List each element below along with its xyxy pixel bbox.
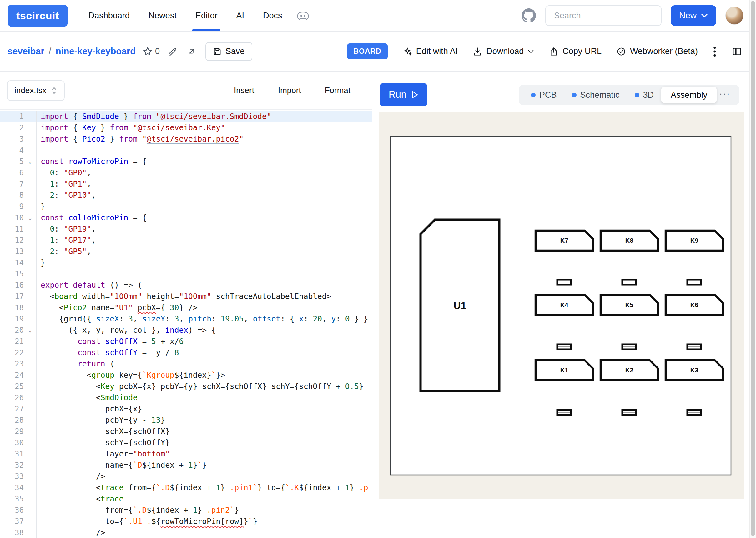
code-line[interactable]: 8 2: "GP10", (0, 189, 372, 201)
tab-dot-icon (572, 93, 577, 97)
tab-3d[interactable]: 3D (627, 90, 662, 100)
line-number: 1 (0, 111, 24, 122)
gutter-divider (36, 145, 36, 156)
main-area: index.tsx InsertImportFormat 1import { S… (0, 72, 756, 538)
edit-pencil-icon[interactable] (168, 47, 177, 56)
code-line[interactable]: 4 (0, 145, 372, 156)
search-input[interactable] (545, 5, 662, 26)
nav-link-newest[interactable]: Newest (139, 0, 186, 31)
tabs-more-button[interactable]: ··· (717, 88, 735, 102)
kebab-menu-icon[interactable] (713, 46, 717, 57)
edit-with-ai-button[interactable]: Edit with AI (403, 47, 458, 56)
editor-menu-insert[interactable]: Insert (234, 85, 254, 95)
code-text: pcbY={y - 13} (36, 414, 165, 426)
nav-link-ai[interactable]: AI (227, 0, 254, 31)
fold-arrow-icon[interactable]: ⌄ (24, 212, 36, 223)
editor-menu-import[interactable]: Import (278, 85, 301, 95)
code-line[interactable]: 3import { Pico2 } from "@tsci/seveibar.p… (0, 134, 372, 145)
code-line[interactable]: 13 2: "GP5", (0, 246, 372, 257)
code-line[interactable]: 11 0: "GP19", (0, 223, 372, 235)
fold-arrow-icon[interactable]: ⌄ (24, 325, 36, 336)
code-line[interactable]: 7 1: "GP1", (0, 179, 372, 189)
code-line[interactable]: 9} (0, 201, 372, 212)
code-line[interactable]: 26 <SmdDiode (0, 392, 372, 404)
run-button[interactable]: Run (379, 83, 428, 106)
code-line[interactable]: 31 layer="bottom" (0, 448, 372, 459)
tab-assembly[interactable]: Assembly (661, 87, 717, 103)
new-button[interactable]: New (671, 5, 716, 26)
save-button[interactable]: Save (205, 42, 252, 61)
webworker-toggle[interactable]: Webworker (Beta) (616, 47, 698, 56)
code-line[interactable]: 5⌄const rowToMicroPin = { (0, 156, 372, 167)
tab-schematic[interactable]: Schematic (564, 90, 627, 100)
code-line[interactable]: 23 return ( (0, 358, 372, 370)
editor-menu-format[interactable]: Format (325, 85, 350, 95)
board-badge[interactable]: BOARD (347, 43, 387, 59)
code-text: /> (36, 471, 105, 482)
code-line[interactable]: 32 name={`D${index + 1}`} (0, 459, 372, 471)
tscircuit-logo[interactable]: tscircuit (8, 5, 68, 27)
github-icon[interactable] (521, 8, 536, 23)
code-line[interactable]: 30 schY={schOffY} (0, 437, 372, 448)
code-text: const colToMicroPin = { (36, 212, 146, 223)
fold-arrow-icon[interactable]: ⌄ (24, 156, 36, 167)
nav-link-dashboard[interactable]: Dashboard (79, 0, 139, 31)
code-line[interactable]: 12 1: "GP17", (0, 235, 372, 246)
breadcrumb-owner[interactable]: seveibar (8, 46, 44, 57)
code-line[interactable]: 14} (0, 257, 372, 268)
code-text: <group key={`Kgroup${index}`}> (36, 370, 225, 381)
code-line[interactable]: 10⌄const colToMicroPin = { (0, 212, 372, 223)
discord-icon[interactable] (296, 10, 310, 21)
code-line[interactable]: 37 to={`.U1 .${rowToMicroPin[row]}`} (0, 516, 372, 527)
code-line[interactable]: 16export default () => ( (0, 280, 372, 291)
line-number: 27 (0, 404, 24, 414)
code-line[interactable]: 2import { Key } from "@tsci/seveibar.Key… (0, 122, 372, 134)
star-icon[interactable] (143, 47, 152, 57)
tab-pcb[interactable]: PCB (523, 90, 564, 100)
download-button[interactable]: Download (473, 47, 534, 56)
gutter-divider (36, 268, 36, 280)
code-text: <board width="100mm" height="100mm" schT… (36, 291, 331, 302)
code-line[interactable]: 29 schX={schOffX} (0, 426, 372, 437)
code-text: ({ x, y, row, col }, index) => { (36, 325, 216, 336)
nav-link-docs[interactable]: Docs (254, 0, 292, 31)
code-line[interactable]: 36 from={`.D${index + 1} .pin2`} (0, 505, 372, 516)
code-line[interactable]: 21 const schOffX = 5 + x/6 (0, 336, 372, 347)
code-line[interactable]: 28 pcbY={y - 13} (0, 414, 372, 426)
view-tabs: PCBSchematic3DAssembly··· (519, 85, 739, 105)
nav-link-editor[interactable]: Editor (186, 0, 227, 31)
scrollbar-thumb[interactable] (751, 1, 755, 536)
share-icon[interactable] (187, 47, 196, 56)
assembly-canvas[interactable]: U1K7K8K9K4K5K6K1K2K3 (379, 113, 744, 499)
code-line[interactable]: 18 <Pico2 name="U1" pcbX={-30} /> (0, 302, 372, 313)
file-selector[interactable]: index.tsx (7, 80, 65, 101)
split-panel-icon[interactable] (731, 46, 742, 57)
code-line[interactable]: 1import { SmdDiode } from "@tsci/seveiba… (0, 111, 372, 122)
code-line[interactable]: 20⌄ ({ x, y, row, col }, index) => { (0, 325, 372, 336)
code-line[interactable]: 24 <group key={`Kgroup${index}`}> (0, 370, 372, 381)
breadcrumb-repo[interactable]: nine-key-keyboard (56, 46, 136, 57)
line-number: 14 (0, 257, 24, 268)
code-text: } (36, 257, 45, 268)
code-line[interactable]: 6 0: "GP0", (0, 167, 372, 179)
line-number: 13 (0, 246, 24, 257)
code-line[interactable]: 34 <trace from={`.D${index + 1} .pin1`} … (0, 482, 372, 493)
code-line[interactable]: 17 <board width="100mm" height="100mm" s… (0, 291, 372, 302)
code-line[interactable]: 19 {grid({ sizeX: 3, sizeY: 3, pitch: 19… (0, 313, 372, 325)
code-text: 1: "GP1", (36, 179, 91, 189)
code-editor[interactable]: 1import { SmdDiode } from "@tsci/seveiba… (0, 110, 372, 538)
snippet-toolbar: seveibar / nine-key-keyboard 0 Save BOAR… (0, 32, 756, 72)
code-line[interactable]: 35 <trace (0, 493, 372, 505)
sparkles-icon (403, 47, 412, 56)
code-line[interactable]: 38 /> (0, 527, 372, 538)
code-line[interactable]: 22 const schOffY = -y / 8 (0, 347, 372, 358)
code-line[interactable]: 33 /> (0, 471, 372, 482)
code-text: <trace (36, 493, 124, 505)
line-number: 21 (0, 336, 24, 347)
avatar[interactable] (726, 7, 743, 25)
copy-url-button[interactable]: Copy URL (549, 47, 602, 56)
code-line[interactable]: 25 <Key pcbX={x} pcbY={y} schX={schOffX}… (0, 381, 372, 392)
page-scrollbar[interactable] (749, 0, 756, 538)
code-line[interactable]: 27 pcbX={x} (0, 404, 372, 414)
code-line[interactable]: 15 (0, 268, 372, 280)
